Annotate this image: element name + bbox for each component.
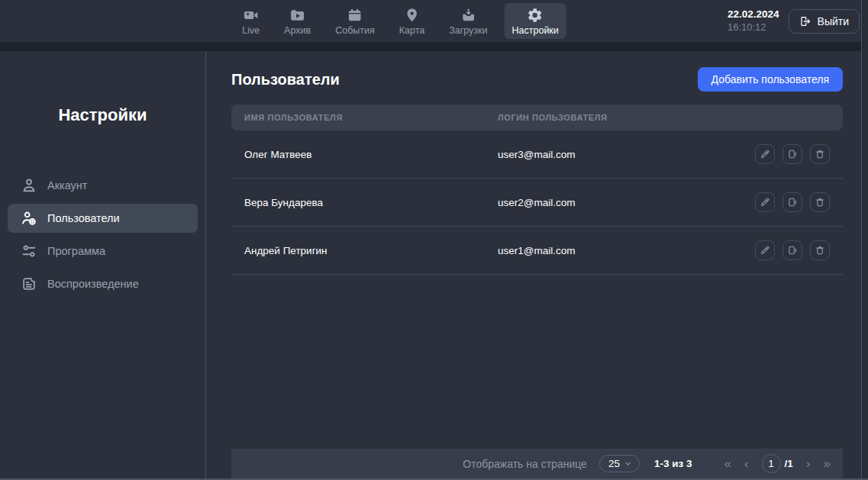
prev-page-button[interactable]: ‹ xyxy=(744,457,749,470)
delete-button[interactable] xyxy=(810,240,830,260)
table-row: Вера Бундарева user2@mail.com xyxy=(231,179,843,227)
gear-icon xyxy=(527,7,544,24)
logout-label: Выйти xyxy=(818,15,849,27)
user-login: user1@mail.com xyxy=(498,245,755,256)
tab-map[interactable]: Карта xyxy=(392,3,432,39)
folder-play-icon xyxy=(289,7,306,24)
scrollbar-track[interactable] xyxy=(862,0,868,480)
sliders-icon xyxy=(21,243,37,259)
delete-button[interactable] xyxy=(810,144,830,164)
row-actions xyxy=(755,192,843,212)
per-page-label: Отображать на странице xyxy=(463,458,587,470)
top-navigation: Live Архив События Карта xyxy=(234,0,566,42)
next-page-button[interactable]: › xyxy=(806,457,811,470)
tab-label: Live xyxy=(242,25,260,36)
scrollbar-track-border xyxy=(861,0,862,480)
sidebar-item-account[interactable]: Аккаунт xyxy=(8,171,198,200)
video-camera-icon xyxy=(243,7,260,24)
current-page-box[interactable]: 1 xyxy=(762,454,781,473)
sidebar-item-users[interactable]: Пользователи xyxy=(8,204,198,233)
logout-icon xyxy=(799,15,812,27)
current-date: 22.02.2024 xyxy=(728,8,779,21)
column-header-login: ЛОГИН ПОЛЬЗОВАТЕЛЯ xyxy=(498,113,755,122)
chevron-down-icon xyxy=(624,459,632,468)
sidebar-item-label: Пользователи xyxy=(47,212,120,224)
main-content: Пользователи Добавить пользователя ИМЯ П… xyxy=(206,51,868,480)
row-actions xyxy=(755,144,843,164)
table-row: Андрей Петригин user1@mail.com xyxy=(231,227,843,275)
sidebar-item-label: Программа xyxy=(47,245,105,257)
per-page-value: 25 xyxy=(608,458,620,469)
per-page-select[interactable]: 25 xyxy=(599,455,640,472)
last-page-button[interactable]: » xyxy=(824,457,831,470)
user-login: user3@mail.com xyxy=(498,149,755,160)
range-label: 1-3 из 3 xyxy=(654,458,692,469)
app-window: Live Архив События Карта xyxy=(0,0,868,480)
settings-sidebar: Настройки Аккаунт Пользователи xyxy=(0,51,206,480)
tab-events[interactable]: События xyxy=(328,3,382,39)
tab-downloads[interactable]: Загрузки xyxy=(441,3,495,39)
page-title: Пользователи xyxy=(231,71,340,89)
copy-button[interactable] xyxy=(782,240,802,260)
datetime: 22.02.2024 16:10:12 xyxy=(728,8,779,34)
copy-button[interactable] xyxy=(782,192,802,212)
column-header-name: ИМЯ ПОЛЬЗОВАТЕЛЯ xyxy=(231,113,498,122)
sidebar-title: Настройки xyxy=(0,105,205,125)
edit-button[interactable] xyxy=(755,144,775,164)
sidebar-item-program[interactable]: Программа xyxy=(8,237,198,266)
tab-archive[interactable]: Архив xyxy=(276,3,318,39)
edit-button[interactable] xyxy=(755,240,775,260)
delete-button[interactable] xyxy=(810,192,830,212)
user-login: user2@mail.com xyxy=(498,197,755,208)
users-table: ИМЯ ПОЛЬЗОВАТЕЛЯ ЛОГИН ПОЛЬЗОВАТЕЛЯ Олег… xyxy=(231,105,843,275)
topbar-right: 22.02.2024 16:10:12 Выйти xyxy=(728,8,868,34)
tab-label: События xyxy=(335,25,375,36)
sidebar-menu: Аккаунт Пользователи Программа xyxy=(0,171,205,298)
first-page-button[interactable]: « xyxy=(724,457,731,470)
download-icon xyxy=(460,7,476,24)
tab-label: Загрузки xyxy=(449,25,487,36)
pager: « ‹ 1 /1 › » xyxy=(724,454,831,473)
pagination-bar: Отображать на странице 25 1-3 из 3 « ‹ 1… xyxy=(231,449,843,478)
map-pin-icon xyxy=(403,7,420,24)
add-user-button[interactable]: Добавить пользователя xyxy=(698,67,843,92)
tab-live[interactable]: Live xyxy=(234,3,267,39)
main-header: Пользователи Добавить пользователя xyxy=(231,67,843,92)
user-name: Олег Матвеев xyxy=(231,149,498,160)
tab-label: Архив xyxy=(284,25,311,36)
copy-button[interactable] xyxy=(782,144,802,164)
page-indicator: 1 /1 xyxy=(762,454,793,473)
tab-settings[interactable]: Настройки xyxy=(505,3,566,39)
row-actions xyxy=(755,240,843,260)
topbar-divider xyxy=(0,42,868,51)
total-pages-label: /1 xyxy=(785,458,793,469)
user-name: Андрей Петригин xyxy=(231,245,498,256)
tab-label: Карта xyxy=(399,25,424,36)
sidebar-item-label: Аккаунт xyxy=(47,179,87,192)
table-header: ИМЯ ПОЛЬЗОВАТЕЛЯ ЛОГИН ПОЛЬЗОВАТЕЛЯ xyxy=(231,105,843,130)
topbar: Live Архив События Карта xyxy=(0,0,868,42)
table-row: Олег Матвеев user3@mail.com xyxy=(231,130,843,179)
tab-label: Настройки xyxy=(512,25,559,36)
current-time: 16:10:12 xyxy=(728,21,779,34)
body: Настройки Аккаунт Пользователи xyxy=(0,51,868,480)
logout-button[interactable]: Выйти xyxy=(789,9,860,34)
sidebar-item-playback[interactable]: Воспроизведение xyxy=(8,269,198,298)
user-icon xyxy=(21,177,37,194)
edit-button[interactable] xyxy=(755,192,775,212)
user-name: Вера Бундарева xyxy=(231,197,498,208)
sidebar-item-label: Воспроизведение xyxy=(47,278,139,290)
document-icon xyxy=(21,275,37,292)
user-add-icon xyxy=(21,210,37,227)
calendar-icon xyxy=(347,7,363,24)
